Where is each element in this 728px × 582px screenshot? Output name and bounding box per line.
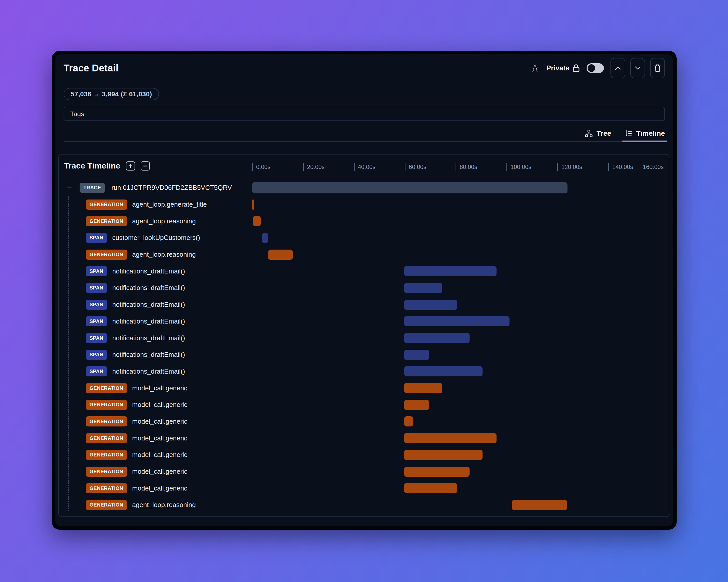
tags-input[interactable]: Tags [63, 107, 665, 121]
row-header[interactable]: GENERATION model_call.generic [86, 433, 187, 443]
bookmark-star-icon[interactable]: ☆ [530, 63, 540, 74]
row-type-badge: SPAN [86, 266, 107, 276]
timeline-bar[interactable] [404, 467, 470, 477]
toggle-knob [588, 64, 595, 72]
tags-label: Tags [70, 110, 84, 118]
row-header[interactable]: GENERATION model_call.generic [86, 400, 187, 410]
timeline-bar[interactable] [404, 433, 496, 443]
row-header[interactable]: GENERATION agent_loop.reasoning [86, 500, 196, 510]
row-label: customer_lookUpCustomers() [112, 234, 200, 242]
timeline-bar[interactable] [404, 316, 510, 326]
timeline-bar[interactable] [253, 216, 261, 226]
row-header[interactable]: GENERATION model_call.generic [86, 450, 187, 460]
window-header: Trace Detail ☆ Private [55, 54, 673, 82]
timeline-row[interactable]: GENERATION model_call.generic [59, 463, 670, 480]
timeline-row[interactable]: GENERATION model_call.generic [59, 447, 670, 463]
timeline-row[interactable]: SPAN notifications_draftEmail() [59, 280, 670, 296]
timeline-bar[interactable] [404, 333, 470, 343]
timeline-rows: − TRACE run:01JCTPR9VD06FD2ZBB5VCT5QRV G… [59, 179, 670, 517]
row-header[interactable]: SPAN notifications_draftEmail() [86, 333, 185, 343]
row-header[interactable]: SPAN notifications_draftEmail() [86, 366, 185, 377]
row-header[interactable]: GENERATION agent_loop.reasoning [86, 250, 196, 260]
row-type-badge: SPAN [86, 316, 107, 326]
timeline-bar[interactable] [404, 450, 483, 460]
row-header[interactable]: SPAN notifications_draftEmail() [86, 266, 185, 276]
timeline-bar[interactable] [404, 266, 496, 276]
delete-trace-button[interactable] [650, 58, 665, 78]
timeline-row[interactable]: SPAN notifications_draftEmail() [59, 263, 670, 280]
row-header[interactable]: SPAN notifications_draftEmail() [86, 300, 185, 310]
row-header[interactable]: GENERATION agent_loop.reasoning [86, 216, 196, 226]
timeline-row[interactable]: SPAN notifications_draftEmail() [59, 363, 670, 380]
timeline-bar[interactable] [252, 182, 568, 193]
timeline-row[interactable]: SPAN customer_lookUpCustomers() [59, 229, 670, 246]
timeline-row[interactable]: − TRACE run:01JCTPR9VD06FD2ZBB5VCT5QRV [59, 179, 670, 196]
row-header[interactable]: SPAN notifications_draftEmail() [86, 283, 185, 293]
trace-timeline-panel: Trace Timeline + − 0.00s20.00s40.00s60.0… [58, 154, 670, 517]
next-trace-button[interactable] [630, 58, 645, 78]
tab-tree-label: Tree [597, 129, 611, 138]
row-label: notifications_draftEmail() [112, 284, 185, 292]
axis-tick-label: 40.00s [354, 163, 375, 171]
timeline-bar[interactable] [404, 416, 413, 426]
row-header[interactable]: SPAN customer_lookUpCustomers() [86, 233, 200, 243]
timeline-row[interactable]: GENERATION model_call.generic [59, 413, 670, 430]
timeline-row[interactable]: SPAN notifications_draftEmail() [59, 313, 670, 330]
chevron-down-icon [634, 65, 642, 71]
view-tabs: Tree Timeline [63, 126, 665, 142]
row-header[interactable]: SPAN notifications_draftEmail() [86, 316, 185, 326]
timeline-bar[interactable] [404, 383, 442, 393]
tab-timeline[interactable]: Timeline [624, 126, 665, 141]
timeline-row[interactable]: GENERATION agent_loop.reasoning [59, 213, 670, 229]
timeline-bar[interactable] [404, 366, 483, 377]
timeline-row[interactable]: GENERATION model_call.generic [59, 396, 670, 413]
privacy-toggle[interactable] [587, 63, 604, 73]
row-type-badge: GENERATION [86, 199, 127, 210]
row-label: agent_loop.reasoning [132, 251, 196, 258]
row-label: run:01JCTPR9VD06FD2ZBB5VCT5QRV [111, 184, 232, 192]
header-controls: ☆ Private [530, 58, 665, 78]
row-label: notifications_draftEmail() [112, 317, 185, 325]
timeline-bar[interactable] [512, 500, 567, 510]
list-tree-icon [624, 129, 633, 138]
row-header[interactable]: GENERATION model_call.generic [86, 467, 187, 477]
row-label: model_call.generic [132, 401, 187, 409]
collapse-row-icon[interactable]: − [66, 184, 73, 192]
row-label: model_call.generic [132, 434, 187, 442]
timeline-bar[interactable] [262, 233, 268, 243]
timeline-bar[interactable] [404, 350, 429, 360]
lock-icon [572, 64, 580, 73]
row-label: agent_loop.reasoning [132, 501, 196, 509]
timeline-row[interactable]: GENERATION agent_loop.generate_title [59, 196, 670, 213]
timeline-bar[interactable] [252, 199, 254, 210]
row-header[interactable]: GENERATION model_call.generic [86, 383, 187, 393]
timeline-bar[interactable] [404, 300, 457, 310]
previous-trace-button[interactable] [610, 58, 625, 78]
timeline-row[interactable]: GENERATION agent_loop.reasoning [59, 497, 670, 514]
timeline-row[interactable]: GENERATION model_call.generic [59, 380, 670, 396]
timeline-bar[interactable] [404, 483, 457, 493]
timeline-bar[interactable] [404, 283, 442, 293]
trash-icon [654, 63, 661, 73]
timeline-row[interactable]: SPAN notifications_draftEmail() [59, 296, 670, 313]
row-header[interactable]: GENERATION model_call.generic [86, 483, 187, 493]
row-type-badge: GENERATION [86, 216, 127, 226]
collapse-all-button[interactable]: − [141, 161, 150, 170]
row-header[interactable]: GENERATION model_call.generic [86, 416, 187, 426]
timeline-row[interactable]: SPAN notifications_draftEmail() [59, 330, 670, 347]
row-type-badge: GENERATION [86, 250, 127, 260]
row-type-badge: GENERATION [86, 400, 127, 410]
row-header[interactable]: SPAN notifications_draftEmail() [86, 350, 185, 360]
timeline-row[interactable]: GENERATION model_call.generic [59, 430, 670, 447]
timeline-bar[interactable] [268, 250, 293, 260]
timeline-row[interactable]: SPAN notifications_draftEmail() [59, 347, 670, 363]
chevron-up-icon [614, 65, 622, 71]
row-type-badge: GENERATION [86, 483, 127, 493]
expand-all-button[interactable]: + [126, 161, 135, 170]
row-header[interactable]: − TRACE run:01JCTPR9VD06FD2ZBB5VCT5QRV [66, 183, 232, 193]
timeline-row[interactable]: GENERATION agent_loop.reasoning [59, 246, 670, 263]
timeline-row[interactable]: GENERATION model_call.generic [59, 480, 670, 497]
row-header[interactable]: GENERATION agent_loop.generate_title [86, 199, 207, 210]
timeline-bar[interactable] [404, 400, 429, 410]
tab-tree[interactable]: Tree [585, 126, 611, 141]
